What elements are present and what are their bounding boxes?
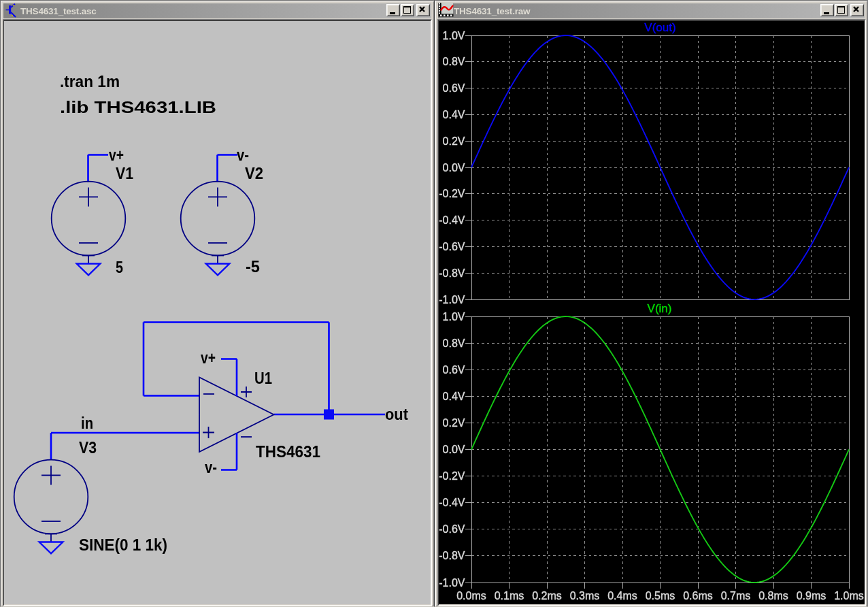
svg-text:THS4631: THS4631: [256, 442, 320, 461]
svg-text:-0.4V: -0.4V: [439, 497, 465, 508]
svg-text:V(in): V(in): [648, 302, 672, 315]
svg-text:v-: v-: [205, 458, 217, 476]
svg-text:0.2V: 0.2V: [443, 417, 465, 429]
svg-text:0.8V: 0.8V: [443, 338, 465, 349]
svg-text:-0.2V: -0.2V: [439, 470, 465, 482]
svg-text:.tran 1m: .tran 1m: [60, 72, 120, 91]
svg-text:-1.0V: -1.0V: [439, 294, 465, 306]
svg-text:-0.8V: -0.8V: [439, 550, 465, 561]
svg-text:0.2V: 0.2V: [443, 135, 465, 147]
svg-text:5: 5: [116, 258, 123, 276]
svg-text:v+: v+: [201, 348, 216, 367]
svg-text:-1.0V: -1.0V: [439, 577, 465, 589]
svg-text:0.6V: 0.6V: [443, 364, 465, 376]
svg-text:0.6V: 0.6V: [443, 82, 465, 94]
svg-text:0.8V: 0.8V: [443, 56, 465, 67]
svg-text:V3: V3: [79, 438, 97, 457]
svg-text:0.1ms: 0.1ms: [495, 590, 524, 602]
svg-text:0.7ms: 0.7ms: [721, 590, 751, 602]
svg-text:0.5ms: 0.5ms: [646, 590, 675, 602]
svg-text:-0.2V: -0.2V: [439, 188, 465, 199]
svg-text:v-: v-: [237, 146, 249, 164]
svg-text:v+: v+: [109, 146, 124, 164]
svg-text:0.4V: 0.4V: [443, 109, 465, 120]
svg-text:-0.4V: -0.4V: [439, 214, 465, 226]
svg-text:-0.8V: -0.8V: [439, 267, 465, 279]
svg-text:0.4ms: 0.4ms: [607, 590, 637, 602]
svg-text:V2: V2: [245, 164, 263, 182]
svg-text:0.0V: 0.0V: [443, 444, 465, 455]
svg-text:0.9ms: 0.9ms: [797, 590, 827, 602]
svg-text:out: out: [385, 405, 408, 423]
svg-text:1.0ms: 1.0ms: [834, 590, 864, 602]
svg-text:1.0V: 1.0V: [443, 311, 465, 323]
svg-text:-0.6V: -0.6V: [439, 241, 465, 252]
svg-text:-5: -5: [246, 257, 260, 276]
svg-text:-0.6V: -0.6V: [439, 523, 465, 535]
svg-text:0.2ms: 0.2ms: [532, 590, 562, 602]
svg-text:0.8ms: 0.8ms: [758, 590, 788, 602]
svg-text:in: in: [81, 414, 93, 432]
svg-text:0.4V: 0.4V: [443, 391, 465, 402]
svg-text:U1: U1: [254, 369, 272, 387]
svg-text:V(out): V(out): [644, 21, 675, 34]
svg-text:0.0ms: 0.0ms: [456, 590, 486, 602]
svg-text:V1: V1: [116, 164, 133, 182]
svg-text:0.3ms: 0.3ms: [570, 590, 600, 602]
svg-text:1.0V: 1.0V: [443, 30, 465, 42]
svg-text:.lib THS4631.LIB: .lib THS4631.LIB: [60, 98, 216, 116]
svg-text:0.6ms: 0.6ms: [683, 590, 713, 602]
svg-text:0.0V: 0.0V: [443, 162, 465, 174]
svg-text:SINE(0 1 1k): SINE(0 1 1k): [79, 536, 167, 554]
